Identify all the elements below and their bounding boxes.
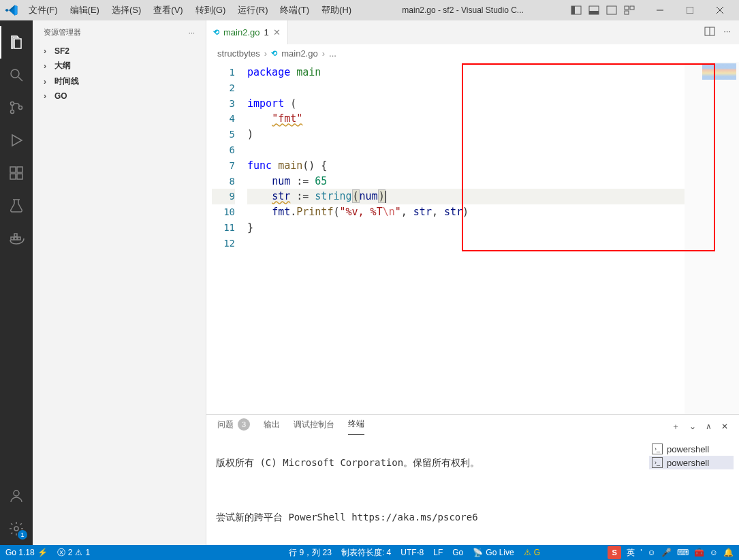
editor-container: ⟲ main2.go 1 ✕ ··· structbytes › ⟲ main2… <box>206 20 739 545</box>
run-debug-icon[interactable] <box>0 124 33 157</box>
status-tab-size[interactable]: 制表符长度: 4 <box>341 547 391 559</box>
system-tray: S 英 ' ☺ 🎤 ⌨ 🧰 ☺ 🔔 <box>608 545 734 560</box>
tab-problems[interactable]: 问题3 <box>217 418 250 435</box>
tab-main2go[interactable]: ⟲ main2.go 1 ✕ <box>206 20 288 44</box>
breadcrumbs[interactable]: structbytes › ⟲ main2.go › ... <box>206 44 739 62</box>
chevron-right-icon: › <box>264 48 267 59</box>
svg-point-15 <box>11 110 14 114</box>
terminal-entry[interactable]: ›_powershell <box>649 456 734 469</box>
tab-terminal[interactable]: 终端 <box>348 418 364 435</box>
go-file-icon: ⟲ <box>213 28 219 37</box>
status-cursor-position[interactable]: 行 9，列 23 <box>289 547 332 559</box>
terminal-output[interactable]: 版权所有 (C) Microsoft Corporation。保留所有权利。 尝… <box>206 438 644 545</box>
accounts-icon[interactable] <box>0 480 33 512</box>
docker-icon[interactable] <box>0 222 33 255</box>
extensions-icon[interactable] <box>0 157 33 189</box>
tray-mic-icon[interactable]: 🎤 <box>661 548 672 557</box>
split-editor-icon[interactable] <box>704 26 715 39</box>
svg-rect-3 <box>589 11 599 14</box>
code-editor[interactable]: 123456789101112 package main import ( "f… <box>206 62 739 414</box>
bottom-panel: 问题3 输出 调试控制台 终端 ＋ ⌄ ∧ ✕ 版权所有 (C) Microso… <box>206 414 739 545</box>
menubar: 文件(F) 编辑(E) 选择(S) 查看(V) 转到(G) 运行(R) 终端(T… <box>23 1 357 19</box>
svg-point-26 <box>14 527 18 531</box>
svg-rect-18 <box>10 174 16 179</box>
settings-icon[interactable]: 1 <box>0 512 33 545</box>
new-terminal-icon[interactable]: ＋ <box>672 421 680 433</box>
tray-toolbox-icon[interactable]: 🧰 <box>694 548 704 557</box>
tray-comma-icon[interactable]: ' <box>640 548 642 557</box>
testing-icon[interactable] <box>0 189 33 222</box>
window-controls <box>569 1 734 20</box>
svg-rect-20 <box>17 167 22 172</box>
bell-icon[interactable]: 🔔 <box>723 548 734 557</box>
editor-split: 123456789101112 package main import ( "f… <box>206 62 739 545</box>
sidebar-section-outline[interactable]: ›大纲 <box>33 58 206 74</box>
menu-go[interactable]: 转到(G) <box>190 1 232 19</box>
terminal-entry[interactable]: ›_powershell <box>649 442 734 456</box>
status-encoding[interactable]: UTF-8 <box>400 548 424 557</box>
svg-point-12 <box>11 69 19 78</box>
sidebar-section-timeline[interactable]: ›时间线 <box>33 74 206 89</box>
maximize-panel-icon[interactable]: ∧ <box>706 422 712 431</box>
menu-help[interactable]: 帮助(H) <box>316 1 357 19</box>
warning-icon: ⚠ <box>75 548 82 557</box>
svg-rect-5 <box>625 6 629 10</box>
close-panel-icon[interactable]: ✕ <box>721 422 728 431</box>
chevron-right-icon: › <box>322 48 325 59</box>
go-file-icon: ⟲ <box>271 49 277 58</box>
status-problems[interactable]: ⓧ 2 ⚠ 1 <box>57 547 90 559</box>
menu-selection[interactable]: 选择(S) <box>106 1 146 19</box>
layout-bottom-icon[interactable] <box>586 3 601 18</box>
code-content[interactable]: package main import ( "fmt" ) func main(… <box>247 62 739 414</box>
status-analysis[interactable]: ⚠G <box>524 548 540 557</box>
menu-edit[interactable]: 编辑(E) <box>65 1 105 19</box>
layout-left-icon[interactable] <box>569 3 584 18</box>
tabs-bar: ⟲ main2.go 1 ✕ ··· <box>206 20 739 44</box>
activitybar: 1 <box>0 20 33 545</box>
error-icon: ⓧ <box>57 547 65 559</box>
maximize-button[interactable] <box>676 1 704 20</box>
status-eol[interactable]: LF <box>433 548 443 557</box>
close-button[interactable] <box>706 1 734 20</box>
chevron-right-icon: › <box>44 61 52 71</box>
sidebar-section-sf2[interactable]: ›SF2 <box>33 44 206 58</box>
menu-file[interactable]: 文件(F) <box>23 1 63 19</box>
ime-language[interactable]: 英 <box>627 547 635 559</box>
minimize-button[interactable] <box>646 1 674 20</box>
status-go-live[interactable]: 📡Go Live <box>473 548 514 557</box>
menu-view[interactable]: 查看(V) <box>148 1 188 19</box>
layout-right-icon[interactable] <box>604 3 619 18</box>
terminal-dropdown-icon[interactable]: ⌄ <box>689 422 696 431</box>
status-language[interactable]: Go <box>452 548 463 557</box>
ime-icon[interactable]: S <box>608 546 621 559</box>
tab-output[interactable]: 输出 <box>264 419 280 435</box>
svg-rect-9 <box>687 7 693 14</box>
terminal-shell-icon: ›_ <box>652 444 663 454</box>
sidebar-more-icon[interactable]: ··· <box>189 29 195 37</box>
svg-rect-6 <box>630 6 634 10</box>
feedback-icon[interactable]: ☺ <box>710 548 718 557</box>
sidebar-section-go[interactable]: ›GO <box>33 89 206 103</box>
window-title: main2.go - sf2 - Visual Studio C... <box>357 5 569 15</box>
explorer-icon[interactable] <box>0 26 33 59</box>
close-tab-icon[interactable]: ✕ <box>273 27 281 37</box>
source-control-icon[interactable] <box>0 91 33 124</box>
line-numbers: 123456789101112 <box>206 62 247 414</box>
svg-rect-1 <box>571 6 575 14</box>
layout-customize-icon[interactable] <box>622 3 637 18</box>
tray-smiley-icon[interactable]: ☺ <box>647 548 655 557</box>
tab-debug-console[interactable]: 调试控制台 <box>294 419 334 435</box>
chevron-right-icon: › <box>44 91 52 101</box>
svg-rect-24 <box>14 234 17 236</box>
svg-rect-7 <box>625 11 629 14</box>
status-go-version[interactable]: Go 1.18 ⚡ <box>5 548 48 557</box>
tray-keyboard-icon[interactable]: ⌨ <box>677 548 689 557</box>
sidebar-title: 资源管理器 <box>44 27 81 37</box>
vscode-logo-icon <box>5 4 18 16</box>
menu-run[interactable]: 运行(R) <box>232 1 273 19</box>
minimap[interactable] <box>685 62 739 414</box>
editor-more-icon[interactable]: ··· <box>723 26 731 39</box>
menu-terminal[interactable]: 终端(T) <box>274 1 315 19</box>
svg-rect-23 <box>18 237 20 240</box>
search-icon[interactable] <box>0 59 33 91</box>
